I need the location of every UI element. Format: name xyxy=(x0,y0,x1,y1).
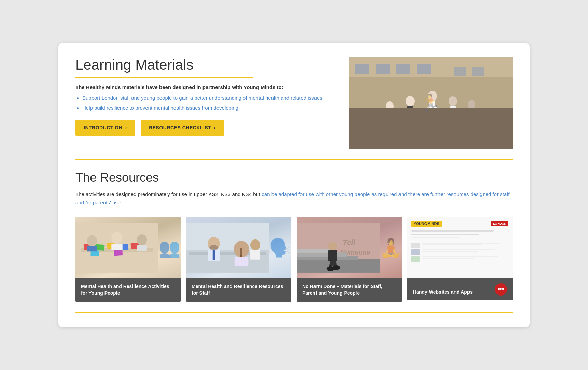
doc-body xyxy=(411,243,508,263)
svg-point-38 xyxy=(137,235,147,246)
buttons-row: INTRODUCTION › RESOURCES CHECKLIST › xyxy=(75,120,335,136)
doc-desc-1 xyxy=(422,244,482,245)
card-photo-2 xyxy=(186,217,269,278)
svg-rect-20 xyxy=(429,101,435,118)
card-caption-4: Handy Websites and Apps PDF xyxy=(407,278,513,300)
svg-rect-40 xyxy=(111,244,122,250)
cards-grid: Mental Health and Resilience Activities … xyxy=(75,217,513,301)
svg-point-36 xyxy=(87,235,97,246)
svg-line-21 xyxy=(426,104,432,110)
doc-link-1 xyxy=(422,243,500,244)
bottom-bar xyxy=(75,312,513,313)
introduction-chevron-icon: › xyxy=(125,125,127,131)
doc-link-3 xyxy=(422,256,498,257)
page-title: Learning Materials xyxy=(75,57,335,73)
london-logo: LONDON xyxy=(491,221,508,226)
checklist-chevron-icon: › xyxy=(214,125,216,131)
resource-card-3[interactable]: Tell Someone xyxy=(297,217,402,301)
doc-header: YOUNGMiNDS LONDON xyxy=(411,221,508,227)
doc-text-2 xyxy=(422,249,508,252)
svg-rect-3 xyxy=(355,64,369,74)
doc-subtitle-line xyxy=(411,237,460,238)
svg-rect-9 xyxy=(349,120,513,149)
card-label-3: No Harm Done – Materials for Staff, Pare… xyxy=(302,283,396,297)
card-label-4: Handy Websites and Apps xyxy=(413,289,473,296)
introduction-button-label: INTRODUCTION xyxy=(84,125,122,131)
doc-text-1 xyxy=(422,243,508,245)
doc-icon-1 xyxy=(411,243,420,248)
card-caption-1: Mental Health and Resilience Activities … xyxy=(75,278,181,301)
doc-row-3 xyxy=(411,256,508,262)
pdf-badge: PDF xyxy=(495,283,507,296)
title-underline xyxy=(75,77,253,78)
card-label-2: Mental Health and Resilience Resources f… xyxy=(192,283,286,297)
school-photo-svg xyxy=(349,57,513,149)
card-image-4: YOUNGMiNDS LONDON xyxy=(407,217,513,278)
resources-checklist-button[interactable]: RESOURCES CHECKLIST › xyxy=(141,120,224,136)
svg-point-63 xyxy=(328,242,337,251)
introduction-button[interactable]: INTRODUCTION › xyxy=(75,120,135,136)
svg-rect-8 xyxy=(472,67,484,76)
card-photo-1 xyxy=(75,217,158,278)
svg-rect-41 xyxy=(137,245,147,251)
bullet-list: Support London staff and young people to… xyxy=(75,94,335,112)
card-image-1 xyxy=(75,217,181,278)
svg-point-50 xyxy=(209,245,218,250)
resources-section-title: The Resources xyxy=(75,170,513,185)
svg-rect-39 xyxy=(87,246,97,252)
card-photo-3: Tell Someone xyxy=(297,217,380,278)
svg-line-18 xyxy=(410,109,415,113)
svg-point-10 xyxy=(376,128,458,149)
top-left: Learning Materials The Healthy Minds mat… xyxy=(75,57,349,136)
resource-card-1[interactable]: Mental Health and Resilience Activities … xyxy=(75,217,181,301)
doc-row-2 xyxy=(411,249,508,255)
svg-point-11 xyxy=(386,101,394,111)
svg-rect-24 xyxy=(450,106,456,119)
svg-point-15 xyxy=(406,96,415,106)
bullet-item-1: Support London staff and young people to… xyxy=(82,94,335,102)
svg-point-53 xyxy=(250,239,260,250)
svg-line-17 xyxy=(405,109,410,114)
svg-rect-4 xyxy=(376,64,390,74)
youngminds-logo: YOUNGMiNDS xyxy=(411,221,442,227)
svg-line-22 xyxy=(432,104,437,109)
svg-rect-64 xyxy=(328,251,337,261)
resources-section: The Resources The activities are designe… xyxy=(75,170,513,301)
svg-point-19 xyxy=(428,91,437,101)
resource-card-2[interactable]: Mental Health and Resilience Resources f… xyxy=(186,217,291,301)
svg-point-68 xyxy=(332,265,340,270)
svg-rect-2 xyxy=(349,77,513,118)
svg-rect-59 xyxy=(297,259,380,273)
svg-rect-6 xyxy=(417,64,431,74)
doc-title-line-1 xyxy=(411,230,494,232)
section-divider xyxy=(75,159,513,160)
svg-rect-48 xyxy=(235,257,249,266)
svg-text:Tell: Tell xyxy=(342,238,356,247)
doc-title-line-2 xyxy=(411,234,479,235)
svg-line-13 xyxy=(384,113,390,118)
resources-desc-normal: The activities are designed predominatel… xyxy=(75,191,262,197)
card-caption-3: No Harm Done – Materials for Staff, Pare… xyxy=(297,278,402,301)
pdf-label: PDF xyxy=(498,287,504,292)
resources-checklist-label: RESOURCES CHECKLIST xyxy=(149,125,211,131)
resources-description: The activities are designed predominatel… xyxy=(75,190,513,207)
svg-point-23 xyxy=(449,96,457,106)
resource-card-4[interactable]: YOUNGMiNDS LONDON xyxy=(407,217,513,301)
svg-rect-5 xyxy=(396,64,410,74)
svg-rect-16 xyxy=(407,106,413,119)
svg-rect-35 xyxy=(114,250,123,256)
card-caption-2: Mental Health and Resilience Resources f… xyxy=(186,278,291,301)
svg-rect-52 xyxy=(213,250,215,260)
intro-bold: The Healthy Minds materials have been de… xyxy=(75,84,335,90)
svg-point-25 xyxy=(468,100,475,109)
svg-line-14 xyxy=(390,113,394,118)
doc-desc-3 xyxy=(422,258,474,259)
svg-point-37 xyxy=(111,232,122,244)
doc-icon-2 xyxy=(411,249,420,255)
doc-text-3 xyxy=(422,256,508,259)
school-running-photo xyxy=(349,57,513,149)
svg-rect-7 xyxy=(454,67,466,76)
page-container: Learning Materials The Healthy Minds mat… xyxy=(58,43,530,327)
doc-icon-3 xyxy=(411,256,420,262)
svg-rect-54 xyxy=(250,250,260,260)
